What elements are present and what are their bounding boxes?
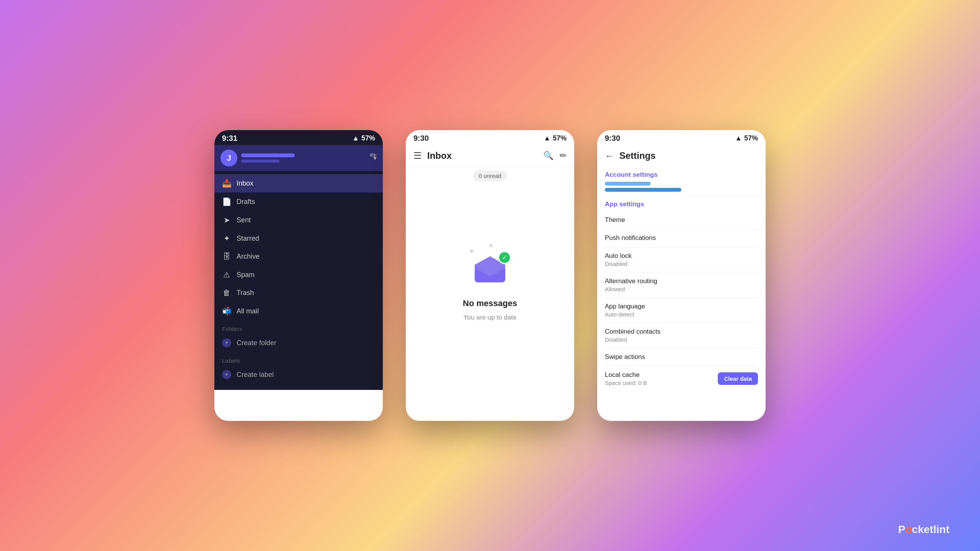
status-icons-1: ▲ 57%	[352, 134, 375, 142]
settings-item-applang[interactable]: App language Auto-detect	[605, 298, 758, 323]
sent-icon: ➤	[222, 215, 231, 225]
create-label-item[interactable]: + Create label	[214, 365, 383, 384]
phone-sidebar: 9:31 ▲ 57% J ▾ ✏ 📥 Inbox 📄 Drafts	[214, 130, 383, 421]
status-icons-2: ▲ 57%	[544, 134, 567, 142]
empty-state-subtitle: You are up to date	[464, 314, 516, 321]
allmail-icon: 📬	[222, 306, 231, 316]
sidebar-item-spam[interactable]: ⚠ Spam	[214, 266, 383, 284]
settings-item-altrouting[interactable]: Alternative routing Allowed	[605, 272, 758, 298]
sidebar-item-label-starred: Starred	[237, 235, 259, 243]
folders-section-label: Folders	[214, 320, 383, 334]
sidebar-item-allmail[interactable]: 📬 All mail	[214, 302, 383, 320]
wifi-icon-1: ▲	[352, 134, 359, 142]
sidebar-item-label-drafts: Drafts	[237, 198, 255, 206]
account-bar-bottom	[605, 188, 681, 192]
settings-item-push[interactable]: Push notifications	[605, 229, 758, 247]
unread-count: 0 unread	[473, 171, 506, 181]
empty-state-title: No messages	[463, 298, 517, 308]
applang-title: App language	[605, 303, 758, 310]
create-folder-label: Create folder	[237, 339, 276, 347]
inbox-title: Inbox	[427, 150, 538, 161]
create-folder-item[interactable]: + Create folder	[214, 334, 383, 352]
app-section-label: App settings	[605, 201, 758, 208]
check-badge-icon: ✓	[498, 251, 511, 264]
sidebar-item-label-allmail: All mail	[237, 307, 259, 315]
inbox-actions: 🔍 ✏	[543, 151, 567, 161]
wifi-icon-3: ▲	[735, 134, 742, 142]
avatar[interactable]: J	[220, 150, 237, 166]
sidebar-item-label-sent: Sent	[237, 216, 251, 224]
username-bar-top	[241, 153, 295, 157]
account-bars	[605, 182, 758, 192]
inbox-header: ☰ Inbox 🔍 ✏	[406, 145, 574, 167]
autolock-subtitle: Disabled	[605, 261, 758, 267]
settings-title: Settings	[619, 150, 656, 161]
username-area	[241, 153, 369, 163]
cache-row: Local cache Space used: 0 B Clear data	[605, 371, 758, 386]
divider-1	[597, 196, 766, 196]
sidebar-item-sent[interactable]: ➤ Sent	[214, 211, 383, 229]
status-bar-2: 9:30 ▲ 57%	[406, 130, 574, 145]
archive-icon: 🗄	[222, 252, 231, 261]
sidebar-item-label-archive: Archive	[237, 253, 260, 261]
sidebar-item-label-trash: Trash	[237, 289, 254, 297]
starred-icon: ✦	[222, 234, 231, 243]
compose-icon[interactable]: ✏	[370, 150, 377, 160]
username-bar-bottom	[241, 160, 279, 163]
hamburger-icon[interactable]: ☰	[413, 150, 422, 161]
cache-text: Local cache Space used: 0 B	[605, 371, 647, 386]
status-bar-1: 9:31 ▲ 57%	[214, 130, 383, 145]
clear-data-button[interactable]: Clear data	[718, 372, 758, 385]
back-arrow-icon[interactable]: ←	[605, 150, 614, 161]
battery-icon-3: 57%	[744, 134, 758, 142]
create-label-label: Create label	[237, 371, 274, 379]
trash-icon: 🗑	[222, 289, 231, 297]
inbox-illustration: ✦ ✦ ✓	[465, 240, 515, 289]
settings-content-area: ← Settings Account settings App settings…	[597, 145, 766, 390]
wifi-icon-2: ▲	[544, 134, 550, 142]
applang-subtitle: Auto-detect	[605, 311, 758, 318]
compose-icon-inbox[interactable]: ✏	[560, 151, 567, 161]
cache-subtitle: Space used: 0 B	[605, 380, 647, 386]
phone-inbox: 9:30 ▲ 57% ☰ Inbox 🔍 ✏ 0 unread ✦ ✦	[406, 130, 574, 421]
plus-label-icon: +	[222, 370, 231, 379]
status-bar-3: 9:30 ▲ 57%	[597, 130, 766, 145]
settings-item-contacts[interactable]: Combined contacts Disabled	[605, 323, 758, 348]
inbox-icon: 📥	[222, 179, 231, 188]
settings-header: ← Settings	[597, 145, 766, 166]
labels-section-label: Labels	[214, 352, 383, 365]
sidebar-item-label-spam: Spam	[237, 271, 255, 279]
settings-item-swipe[interactable]: Swipe actions	[605, 348, 758, 366]
settings-item-theme[interactable]: Theme	[605, 211, 758, 229]
sidebar-panel: J ▾ ✏ 📥 Inbox 📄 Drafts ➤ Sent ✦	[214, 145, 383, 390]
settings-list: Account settings App settings Theme Push…	[597, 166, 766, 390]
sidebar-nav: 📥 Inbox 📄 Drafts ➤ Sent ✦ Starred 🗄 Arch…	[214, 171, 383, 390]
search-icon[interactable]: 🔍	[543, 151, 554, 161]
battery-icon-2: 57%	[553, 134, 567, 142]
pocketlint-logo: Pocketlint	[898, 523, 949, 536]
sidebar-item-archive[interactable]: 🗄 Archive	[214, 248, 383, 266]
settings-item-cache[interactable]: Local cache Space used: 0 B Clear data	[605, 366, 758, 390]
settings-item-autolock[interactable]: Auto lock Disabled	[605, 247, 758, 272]
sidebar-item-trash[interactable]: 🗑 Trash	[214, 284, 383, 302]
time-2: 9:30	[413, 134, 429, 143]
unread-badge-area: 0 unread	[406, 171, 574, 181]
altrouting-subtitle: Allowed	[605, 286, 758, 292]
phone-settings: 9:30 ▲ 57% ← Settings Account settings A…	[597, 130, 766, 421]
altrouting-title: Alternative routing	[605, 277, 758, 285]
sidebar-item-inbox[interactable]: 📥 Inbox	[214, 174, 383, 192]
theme-title: Theme	[605, 216, 758, 224]
contacts-title: Combined contacts	[605, 328, 758, 336]
sidebar-item-drafts[interactable]: 📄 Drafts	[214, 192, 383, 211]
time-3: 9:30	[605, 134, 620, 143]
sidebar-item-starred[interactable]: ✦ Starred	[214, 229, 383, 248]
autolock-title: Auto lock	[605, 252, 758, 260]
drafts-icon: 📄	[222, 197, 231, 206]
inbox-empty-state: ✦ ✦ ✓ No messages You are up to date	[406, 185, 574, 376]
account-section-label: Account settings	[605, 171, 758, 179]
sidebar-header: J ▾ ✏	[214, 145, 383, 171]
plus-folder-icon: +	[222, 338, 231, 347]
inbox-content: ☰ Inbox 🔍 ✏ 0 unread ✦ ✦	[406, 145, 574, 376]
more-section-label: More	[214, 384, 383, 390]
status-icons-3: ▲ 57%	[735, 134, 758, 142]
